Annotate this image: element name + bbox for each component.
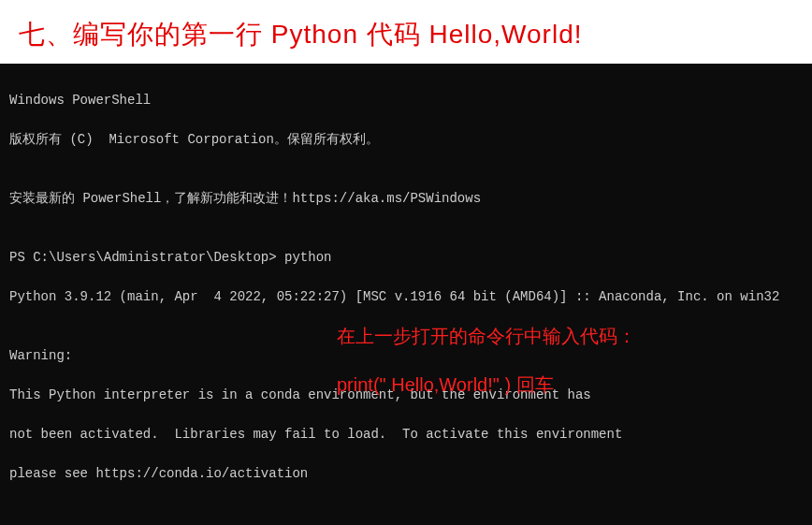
annotation-line-1: 在上一步打开的命令行中输入代码： xyxy=(337,312,636,360)
terminal-window[interactable]: Windows PowerShell 版权所有 (C) Microsoft Co… xyxy=(0,64,812,525)
page-title: 七、编写你的第一行 Python 代码 Hello,World! xyxy=(19,17,793,52)
terminal-line: not been activated. Libraries may fail t… xyxy=(9,425,803,445)
terminal-line: Python 3.9.12 (main, Apr 4 2022, 05:22:2… xyxy=(9,287,803,307)
terminal-line: 安装最新的 PowerShell，了解新功能和改进！https://aka.ms… xyxy=(9,189,803,209)
annotation-line-2: print(" Hello,World!" ) 回车 xyxy=(337,360,636,409)
annotation: 在上一步打开的命令行中输入代码： print(" Hello,World!" )… xyxy=(337,312,636,409)
terminal-line: 版权所有 (C) Microsoft Corporation。保留所有权利。 xyxy=(9,130,803,150)
header: 七、编写你的第一行 Python 代码 Hello,World! xyxy=(0,0,812,64)
terminal-line: Windows PowerShell xyxy=(9,91,803,110)
terminal-line: PS C:\Users\Administrator\Desktop> pytho… xyxy=(9,248,803,268)
terminal-line: please see https://conda.io/activation xyxy=(9,464,803,484)
